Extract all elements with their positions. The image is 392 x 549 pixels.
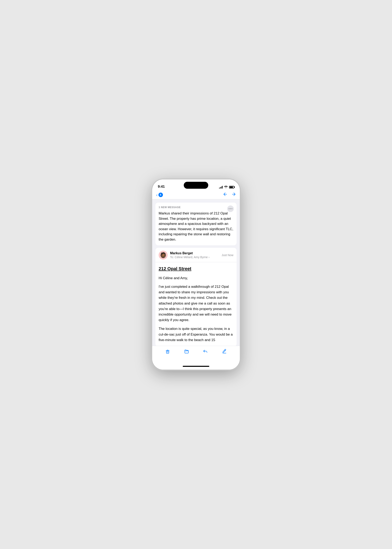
summary-text: Markus shared their impressions of 212 O… xyxy=(159,211,233,242)
unread-badge: 6 xyxy=(158,193,163,197)
folder-button[interactable] xyxy=(177,348,196,354)
delete-button[interactable] xyxy=(158,348,177,354)
new-message-label: 1 NEW MESSAGE xyxy=(159,206,233,209)
sender-to: To: Céline Mélard, Amy Byrne › xyxy=(170,255,219,259)
email-header: 🧔🏾 Markus Berget To: Céline Mélard, Amy … xyxy=(155,248,237,262)
email-greeting: Hi Céline and Amy, xyxy=(159,275,233,281)
phone-screen: 9:41 ‹ xyxy=(152,179,240,370)
more-options-button[interactable] xyxy=(227,205,234,212)
phone-frame: 9:41 ‹ xyxy=(152,179,240,370)
compose-button[interactable] xyxy=(215,348,234,354)
nav-arrows xyxy=(223,192,236,197)
status-bar: 9:41 xyxy=(152,179,240,190)
main-content[interactable]: 1 NEW MESSAGE Markus shared their impres… xyxy=(152,199,240,346)
email-paragraph-1: I've just completed a walkthrough of 212… xyxy=(159,284,233,323)
sender-info: Markus Berget To: Céline Mélard, Amy Byr… xyxy=(170,251,219,259)
back-chevron-icon: ‹ xyxy=(156,193,158,197)
more-dots-icon xyxy=(229,208,232,209)
signal-bars-icon xyxy=(219,186,223,189)
battery-icon xyxy=(229,186,234,189)
email-body: 212 Opal Street Hi Céline and Amy, I've … xyxy=(155,262,237,346)
dynamic-island xyxy=(184,182,208,189)
home-indicator xyxy=(152,363,240,370)
avatar: 🧔🏾 xyxy=(159,251,168,260)
email-subject: 212 Opal Street xyxy=(159,266,233,272)
summary-card: 1 NEW MESSAGE Markus shared their impres… xyxy=(155,203,237,245)
email-paragraph-2: The location is quite special, as you kn… xyxy=(159,326,233,343)
nav-bar: ‹ 6 xyxy=(152,190,240,199)
prev-message-button[interactable] xyxy=(223,192,227,197)
reply-button[interactable] xyxy=(196,348,215,354)
email-time: Just Now xyxy=(222,253,233,257)
svg-rect-0 xyxy=(166,351,169,353)
home-bar xyxy=(183,366,209,367)
next-message-button[interactable] xyxy=(232,192,236,197)
email-item[interactable]: 🧔🏾 Markus Berget To: Céline Mélard, Amy … xyxy=(155,248,237,346)
bottom-toolbar xyxy=(152,346,240,363)
back-button[interactable]: ‹ 6 xyxy=(156,193,163,197)
wifi-icon xyxy=(224,185,228,189)
sender-name: Markus Berget xyxy=(170,251,219,255)
